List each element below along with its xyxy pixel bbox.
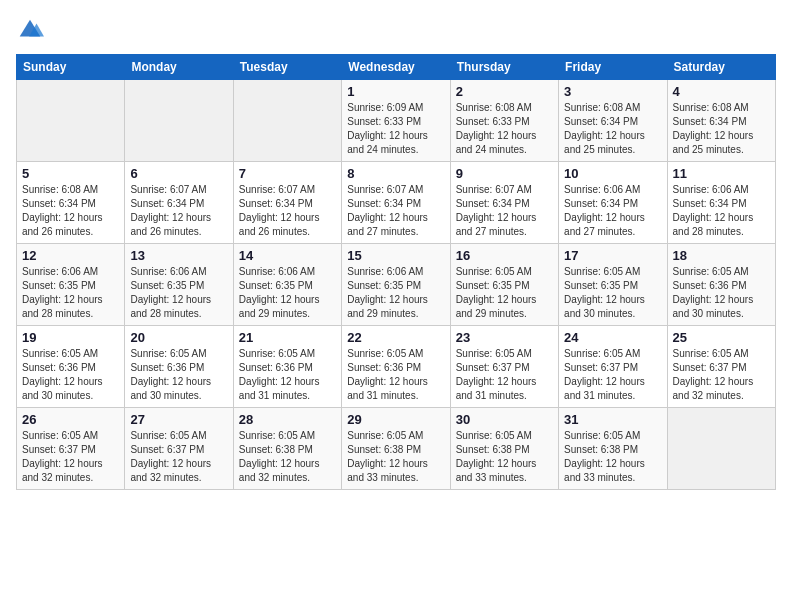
day-number: 26 — [22, 412, 119, 427]
calendar-cell: 27Sunrise: 6:05 AMSunset: 6:37 PMDayligh… — [125, 408, 233, 490]
calendar-cell: 16Sunrise: 6:05 AMSunset: 6:35 PMDayligh… — [450, 244, 558, 326]
calendar-cell: 30Sunrise: 6:05 AMSunset: 6:38 PMDayligh… — [450, 408, 558, 490]
day-number: 22 — [347, 330, 444, 345]
day-number: 14 — [239, 248, 336, 263]
day-info: Sunrise: 6:05 AMSunset: 6:37 PMDaylight:… — [673, 347, 770, 403]
day-info: Sunrise: 6:05 AMSunset: 6:36 PMDaylight:… — [347, 347, 444, 403]
calendar-cell: 11Sunrise: 6:06 AMSunset: 6:34 PMDayligh… — [667, 162, 775, 244]
week-row-2: 12Sunrise: 6:06 AMSunset: 6:35 PMDayligh… — [17, 244, 776, 326]
day-info: Sunrise: 6:08 AMSunset: 6:34 PMDaylight:… — [564, 101, 661, 157]
day-number: 8 — [347, 166, 444, 181]
calendar-cell: 15Sunrise: 6:06 AMSunset: 6:35 PMDayligh… — [342, 244, 450, 326]
day-number: 31 — [564, 412, 661, 427]
day-number: 20 — [130, 330, 227, 345]
calendar-cell: 18Sunrise: 6:05 AMSunset: 6:36 PMDayligh… — [667, 244, 775, 326]
calendar-cell: 2Sunrise: 6:08 AMSunset: 6:33 PMDaylight… — [450, 80, 558, 162]
header-tuesday: Tuesday — [233, 55, 341, 80]
day-number: 15 — [347, 248, 444, 263]
day-number: 4 — [673, 84, 770, 99]
header-thursday: Thursday — [450, 55, 558, 80]
calendar-cell: 14Sunrise: 6:06 AMSunset: 6:35 PMDayligh… — [233, 244, 341, 326]
calendar-cell — [125, 80, 233, 162]
header-monday: Monday — [125, 55, 233, 80]
day-number: 3 — [564, 84, 661, 99]
day-number: 17 — [564, 248, 661, 263]
day-number: 24 — [564, 330, 661, 345]
day-number: 21 — [239, 330, 336, 345]
calendar-cell: 7Sunrise: 6:07 AMSunset: 6:34 PMDaylight… — [233, 162, 341, 244]
header-friday: Friday — [559, 55, 667, 80]
header-sunday: Sunday — [17, 55, 125, 80]
page-header — [16, 16, 776, 44]
calendar-cell: 22Sunrise: 6:05 AMSunset: 6:36 PMDayligh… — [342, 326, 450, 408]
calendar-cell: 21Sunrise: 6:05 AMSunset: 6:36 PMDayligh… — [233, 326, 341, 408]
day-info: Sunrise: 6:09 AMSunset: 6:33 PMDaylight:… — [347, 101, 444, 157]
day-info: Sunrise: 6:08 AMSunset: 6:34 PMDaylight:… — [673, 101, 770, 157]
day-number: 29 — [347, 412, 444, 427]
day-info: Sunrise: 6:07 AMSunset: 6:34 PMDaylight:… — [130, 183, 227, 239]
calendar-cell — [667, 408, 775, 490]
day-info: Sunrise: 6:06 AMSunset: 6:35 PMDaylight:… — [239, 265, 336, 321]
day-number: 2 — [456, 84, 553, 99]
calendar-cell: 12Sunrise: 6:06 AMSunset: 6:35 PMDayligh… — [17, 244, 125, 326]
day-info: Sunrise: 6:05 AMSunset: 6:36 PMDaylight:… — [130, 347, 227, 403]
header-wednesday: Wednesday — [342, 55, 450, 80]
day-info: Sunrise: 6:07 AMSunset: 6:34 PMDaylight:… — [239, 183, 336, 239]
day-info: Sunrise: 6:05 AMSunset: 6:37 PMDaylight:… — [456, 347, 553, 403]
calendar-cell: 3Sunrise: 6:08 AMSunset: 6:34 PMDaylight… — [559, 80, 667, 162]
calendar-cell: 1Sunrise: 6:09 AMSunset: 6:33 PMDaylight… — [342, 80, 450, 162]
day-info: Sunrise: 6:08 AMSunset: 6:33 PMDaylight:… — [456, 101, 553, 157]
calendar-cell: 23Sunrise: 6:05 AMSunset: 6:37 PMDayligh… — [450, 326, 558, 408]
day-info: Sunrise: 6:05 AMSunset: 6:38 PMDaylight:… — [347, 429, 444, 485]
day-number: 23 — [456, 330, 553, 345]
day-number: 19 — [22, 330, 119, 345]
day-info: Sunrise: 6:07 AMSunset: 6:34 PMDaylight:… — [456, 183, 553, 239]
calendar-cell: 10Sunrise: 6:06 AMSunset: 6:34 PMDayligh… — [559, 162, 667, 244]
day-number: 6 — [130, 166, 227, 181]
day-info: Sunrise: 6:05 AMSunset: 6:35 PMDaylight:… — [564, 265, 661, 321]
day-number: 11 — [673, 166, 770, 181]
day-info: Sunrise: 6:05 AMSunset: 6:36 PMDaylight:… — [239, 347, 336, 403]
day-info: Sunrise: 6:06 AMSunset: 6:35 PMDaylight:… — [130, 265, 227, 321]
day-info: Sunrise: 6:05 AMSunset: 6:37 PMDaylight:… — [22, 429, 119, 485]
day-info: Sunrise: 6:05 AMSunset: 6:37 PMDaylight:… — [130, 429, 227, 485]
day-info: Sunrise: 6:05 AMSunset: 6:38 PMDaylight:… — [456, 429, 553, 485]
day-number: 12 — [22, 248, 119, 263]
day-info: Sunrise: 6:05 AMSunset: 6:38 PMDaylight:… — [239, 429, 336, 485]
logo — [16, 16, 48, 44]
week-row-1: 5Sunrise: 6:08 AMSunset: 6:34 PMDaylight… — [17, 162, 776, 244]
calendar-cell — [233, 80, 341, 162]
day-number: 10 — [564, 166, 661, 181]
calendar-cell: 31Sunrise: 6:05 AMSunset: 6:38 PMDayligh… — [559, 408, 667, 490]
day-number: 1 — [347, 84, 444, 99]
calendar-cell: 26Sunrise: 6:05 AMSunset: 6:37 PMDayligh… — [17, 408, 125, 490]
day-info: Sunrise: 6:06 AMSunset: 6:35 PMDaylight:… — [347, 265, 444, 321]
week-row-4: 26Sunrise: 6:05 AMSunset: 6:37 PMDayligh… — [17, 408, 776, 490]
calendar-cell: 4Sunrise: 6:08 AMSunset: 6:34 PMDaylight… — [667, 80, 775, 162]
calendar-cell — [17, 80, 125, 162]
day-number: 30 — [456, 412, 553, 427]
day-number: 25 — [673, 330, 770, 345]
day-info: Sunrise: 6:05 AMSunset: 6:37 PMDaylight:… — [564, 347, 661, 403]
calendar-cell: 24Sunrise: 6:05 AMSunset: 6:37 PMDayligh… — [559, 326, 667, 408]
week-row-0: 1Sunrise: 6:09 AMSunset: 6:33 PMDaylight… — [17, 80, 776, 162]
day-number: 9 — [456, 166, 553, 181]
day-info: Sunrise: 6:06 AMSunset: 6:35 PMDaylight:… — [22, 265, 119, 321]
calendar-cell: 9Sunrise: 6:07 AMSunset: 6:34 PMDaylight… — [450, 162, 558, 244]
calendar-cell: 19Sunrise: 6:05 AMSunset: 6:36 PMDayligh… — [17, 326, 125, 408]
calendar-cell: 6Sunrise: 6:07 AMSunset: 6:34 PMDaylight… — [125, 162, 233, 244]
calendar-table: SundayMondayTuesdayWednesdayThursdayFrid… — [16, 54, 776, 490]
day-info: Sunrise: 6:05 AMSunset: 6:36 PMDaylight:… — [673, 265, 770, 321]
calendar-cell: 20Sunrise: 6:05 AMSunset: 6:36 PMDayligh… — [125, 326, 233, 408]
day-info: Sunrise: 6:06 AMSunset: 6:34 PMDaylight:… — [564, 183, 661, 239]
calendar-cell: 28Sunrise: 6:05 AMSunset: 6:38 PMDayligh… — [233, 408, 341, 490]
day-info: Sunrise: 6:06 AMSunset: 6:34 PMDaylight:… — [673, 183, 770, 239]
header-row: SundayMondayTuesdayWednesdayThursdayFrid… — [17, 55, 776, 80]
day-info: Sunrise: 6:05 AMSunset: 6:36 PMDaylight:… — [22, 347, 119, 403]
header-saturday: Saturday — [667, 55, 775, 80]
calendar-cell: 17Sunrise: 6:05 AMSunset: 6:35 PMDayligh… — [559, 244, 667, 326]
calendar-cell: 25Sunrise: 6:05 AMSunset: 6:37 PMDayligh… — [667, 326, 775, 408]
day-number: 7 — [239, 166, 336, 181]
day-info: Sunrise: 6:07 AMSunset: 6:34 PMDaylight:… — [347, 183, 444, 239]
day-info: Sunrise: 6:05 AMSunset: 6:38 PMDaylight:… — [564, 429, 661, 485]
